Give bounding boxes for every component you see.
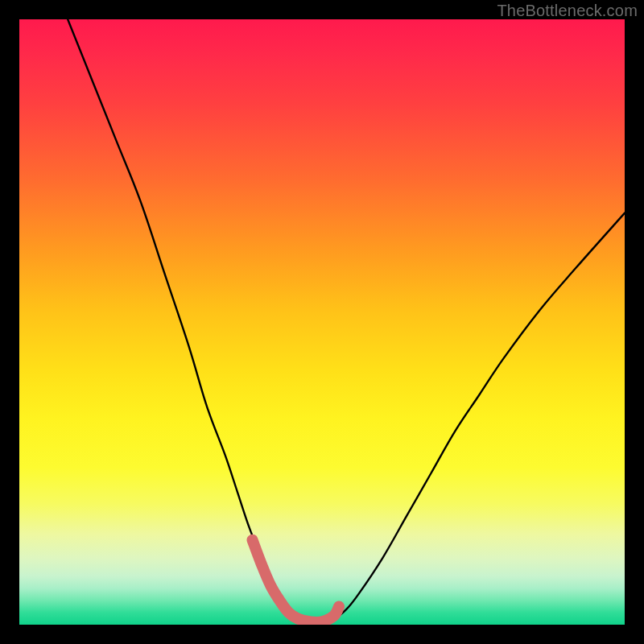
highlight-band [253,540,340,622]
bottleneck-curve-svg [19,19,625,625]
watermark-text: TheBottleneck.com [497,2,638,20]
bottleneck-curve [68,19,625,622]
plot-area [19,19,625,625]
chart-frame: TheBottleneck.com [0,0,644,644]
